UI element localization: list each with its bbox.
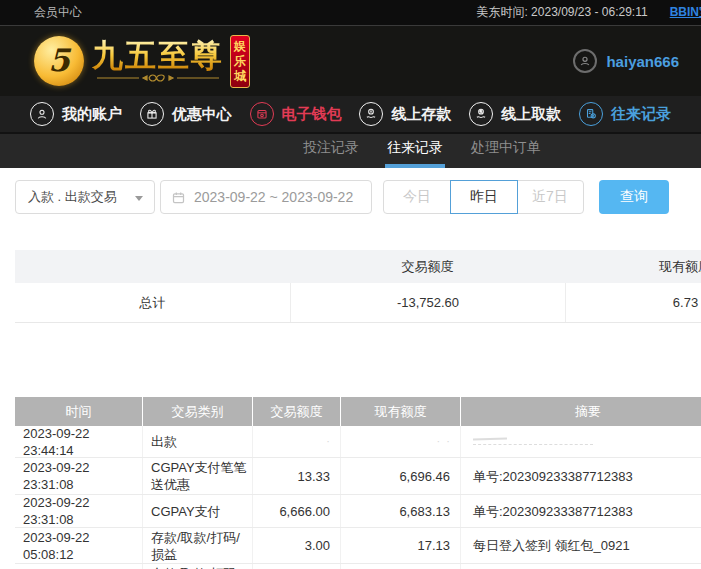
last7days-button[interactable]: 近7日 [516,180,584,214]
cell-amount: 3.00 [252,528,340,563]
withdraw-icon [469,102,493,126]
cell-type: CGPAY支付 [142,495,252,527]
summary-total-amount: -13,752.60 [290,283,565,322]
nav-item-withdraw[interactable]: 线上取款 [469,102,561,126]
date-range-input[interactable]: 2023-09-22 ~ 2023-09-22 [160,180,372,214]
sub-nav: 投注记录 往来记录 处理中订单 [0,132,701,168]
filter-bar: 入款 . 出款交易 2023-09-22 ~ 2023-09-22 今日 昨日 … [0,180,701,214]
cell-type: 存款/取款/打码/损益 [142,564,252,569]
cell-summary [460,426,701,457]
query-button[interactable]: 查询 [599,180,669,214]
cell-balance: 6,683.13 [340,495,460,527]
nav-item-deposit[interactable]: 线上存款 [359,102,451,126]
col-header-balance: 现有额度 [340,397,460,426]
col-header-type: 交易类别 [142,397,252,426]
cell-amount [252,564,340,569]
transaction-type-value: 入款 . 出款交易 [28,188,117,206]
cell-amount: 6,666.00 [252,495,340,527]
cell-balance: 6,696.46 [340,458,460,494]
yesterday-button[interactable]: 昨日 [450,180,518,214]
cell-summary [460,564,701,569]
header-band: 5 九五至尊 娱乐城 [0,26,701,96]
summary-total-row: 总计 -13,752.60 6.73 [15,283,701,323]
summary-header-balance: 现有额度 [565,258,701,276]
nav-item-transaction-records[interactable]: 往来记录 [579,102,671,126]
cell-balance: 17.13 [340,528,460,563]
username-label: haiyan666 [606,53,679,70]
bbin-link[interactable]: BBIN宝 [670,4,701,21]
user-box[interactable]: haiyan666 [573,49,701,73]
cell-amount: 13.33 [252,458,340,494]
user-icon [30,102,54,126]
record-row-withdrawal: 2023-09-22 23:44:14 出款 · · · [15,426,701,458]
cell-type: CGPAY支付笔笔送优惠 [142,458,252,494]
record-row-cgpay: 2023-09-22 23:31:08 CGPAY支付 6,666.00 6,6… [15,495,701,528]
cell-time [15,564,142,569]
summary-total-label: 总计 [15,283,290,322]
flourish-ornament-icon [95,73,221,83]
brand-title: 九五至尊 [92,39,224,72]
summary-table: 交易额度 现有额度 总计 -13,752.60 6.73 [15,250,701,323]
calendar-icon [171,190,186,205]
chevron-down-icon [135,196,143,201]
cell-amount: · [252,426,340,457]
cell-type: 出款 [142,426,252,457]
cell-time: 2023-09-22 05:08:12 [15,528,142,563]
records-header-row: 时间 交易类别 交易额度 现有额度 摘要 [15,397,701,426]
col-header-amount: 交易额度 [252,397,340,426]
wallet-icon [250,102,274,126]
site-logo[interactable]: 5 九五至尊 娱乐城 [34,35,250,88]
tab-transaction-records[interactable]: 往来记录 [387,139,443,168]
record-row-partial: 存款/取款/打码/损益 [15,564,701,569]
logo-mark: 5 [48,42,70,78]
nav-item-promotions[interactable]: 优惠中心 [140,102,232,126]
top-bar: 会员中心 美东时间: 2023/09/23 - 06:29:11 BBIN宝 [0,0,701,26]
gift-icon [140,102,164,126]
member-center-label: 会员中心 [0,4,82,21]
record-row-cgpay-bonus: 2023-09-22 23:31:08 CGPAY支付笔笔送优惠 13.33 6… [15,458,701,495]
cell-balance: · · [340,426,460,457]
records-table: 时间 交易类别 交易额度 现有额度 摘要 2023-09-22 23:44:14… [15,397,701,569]
eastern-time-label: 美东时间: 2023/09/23 - 06:29:11 [476,4,647,21]
cell-time: 2023-09-22 23:31:08 [15,495,142,527]
col-header-time: 时间 [15,397,142,426]
member-center-page: 会员中心 美东时间: 2023/09/23 - 06:29:11 BBIN宝 5… [0,0,701,569]
logo-circle-icon: 5 [34,36,84,86]
cell-time: 2023-09-22 23:44:14 [15,426,142,457]
tab-processing-orders[interactable]: 处理中订单 [471,139,541,168]
transaction-type-select[interactable]: 入款 . 出款交易 [15,180,155,214]
deposit-icon [359,102,383,126]
date-range-value: 2023-09-22 ~ 2023-09-22 [194,189,353,205]
main-nav: 我的账户 优惠中心 电子钱包 [0,96,701,132]
col-header-summary: 摘要 [460,397,701,426]
nav-item-my-account[interactable]: 我的账户 [30,102,122,126]
cell-balance [340,564,460,569]
summary-header-row: 交易额度 现有额度 [15,250,701,283]
records-icon [579,102,603,126]
summary-total-balance: 6.73 [565,283,701,322]
casino-badge: 娱乐城 [230,35,250,88]
nav-item-ewallet[interactable]: 电子钱包 [250,102,342,126]
avatar-icon [573,49,597,73]
summary-header-amount: 交易额度 [290,258,565,276]
cell-summary: 单号:202309233387712383 [460,495,701,527]
today-button[interactable]: 今日 [383,180,451,214]
record-row-signin-bonus: 2023-09-22 05:08:12 存款/取款/打码/损益 3.00 17.… [15,528,701,564]
cell-type: 存款/取款/打码/损益 [142,528,252,563]
cell-summary: 单号:202309233387712383 [460,458,701,494]
cell-summary: 每日登入签到 领红包_0921 [460,528,701,563]
tab-betting-records[interactable]: 投注记录 [303,139,359,168]
cell-time: 2023-09-22 23:31:08 [15,458,142,494]
redacted-text [473,438,593,445]
